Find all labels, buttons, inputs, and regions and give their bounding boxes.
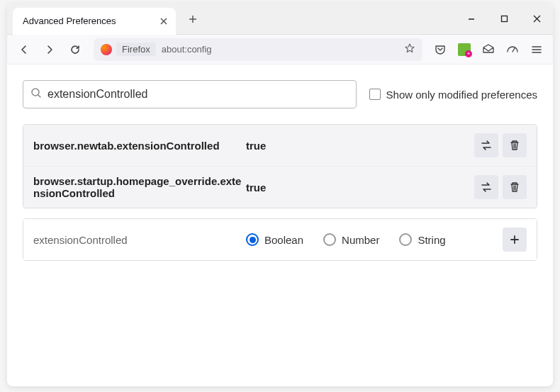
extension-icon[interactable] (454, 39, 475, 60)
radio-string[interactable]: String (399, 233, 445, 246)
window-controls (455, 4, 553, 35)
dashboard-icon[interactable] (502, 39, 523, 60)
radio-label: Boolean (264, 234, 303, 246)
back-button[interactable] (13, 38, 35, 61)
search-row: Show only modified preferences (23, 80, 537, 108)
toggle-button[interactable] (474, 175, 498, 199)
radio-icon[interactable] (399, 233, 412, 246)
delete-button[interactable] (503, 133, 527, 157)
pref-value: true (246, 181, 470, 194)
radio-label: Number (342, 234, 379, 246)
pref-row: browser.newtab.extensionControlled true (23, 125, 537, 167)
hamburger-menu-icon[interactable] (526, 39, 547, 60)
close-window-button[interactable] (520, 4, 553, 35)
svg-rect-0 (501, 16, 507, 22)
search-input[interactable] (47, 88, 349, 101)
add-pref-row: extensionControlled Boolean Number Strin… (23, 218, 537, 261)
url-text: about:config (162, 44, 212, 55)
pref-name: browser.startup.homepage_override.extens… (33, 175, 246, 199)
mail-icon[interactable] (478, 39, 499, 60)
radio-label: String (418, 234, 445, 246)
titlebar: Advanced Preferences (7, 4, 553, 35)
toolbar: Firefox about:config (7, 35, 553, 65)
forward-button[interactable] (38, 38, 61, 61)
toggle-button[interactable] (474, 133, 498, 157)
maximize-button[interactable] (488, 4, 520, 35)
browser-window: Advanced Preferences (7, 4, 553, 386)
radio-boolean[interactable]: Boolean (246, 233, 303, 246)
new-pref-name: extensionControlled (33, 234, 246, 246)
url-identity-label: Firefox (116, 43, 156, 56)
tab-title: Advanced Preferences (23, 16, 157, 26)
url-bar[interactable]: Firefox about:config (94, 38, 422, 61)
search-icon (30, 87, 42, 101)
reload-button[interactable] (64, 38, 86, 61)
radio-icon[interactable] (323, 233, 336, 246)
pref-row: browser.startup.homepage_override.extens… (23, 167, 537, 208)
new-tab-button[interactable] (183, 9, 203, 29)
checkbox-icon[interactable] (369, 89, 381, 100)
pref-value: true (246, 140, 470, 152)
show-modified-checkbox[interactable]: Show only modified preferences (369, 89, 537, 101)
radio-number[interactable]: Number (323, 233, 379, 246)
search-box[interactable] (23, 80, 357, 108)
add-button[interactable] (503, 228, 527, 252)
checkbox-label: Show only modified preferences (386, 89, 537, 101)
type-radio-group: Boolean Number String (246, 233, 498, 246)
pref-name: browser.newtab.extensionControlled (33, 140, 246, 152)
bookmark-star-icon[interactable] (404, 43, 415, 56)
delete-button[interactable] (503, 175, 527, 199)
browser-tab[interactable]: Advanced Preferences (13, 8, 176, 35)
firefox-icon (101, 44, 112, 55)
minimize-button[interactable] (455, 4, 488, 35)
close-tab-icon[interactable] (157, 15, 170, 28)
pref-table: browser.newtab.extensionControlled true … (23, 124, 537, 208)
content-area: Show only modified preferences browser.n… (7, 65, 553, 276)
radio-icon[interactable] (246, 233, 259, 246)
pocket-icon[interactable] (430, 39, 451, 60)
